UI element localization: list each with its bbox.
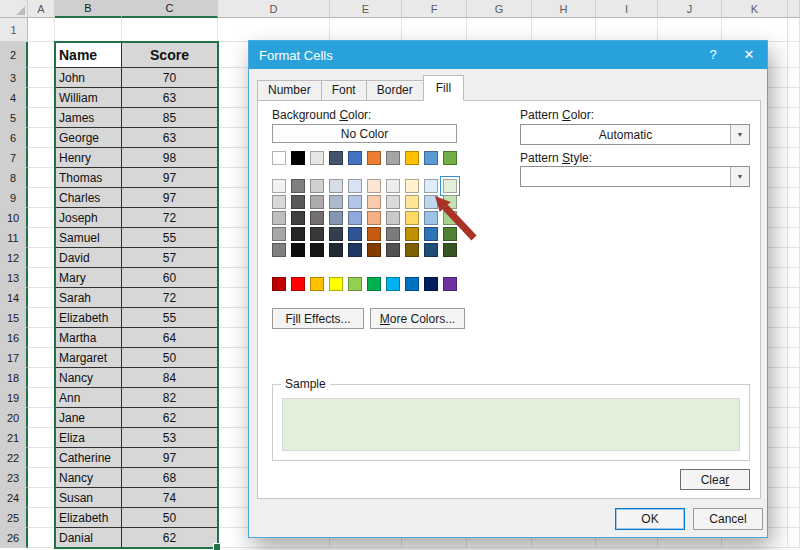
cell-I1[interactable] — [596, 18, 658, 42]
cell-F1[interactable] — [402, 18, 467, 42]
cell-C20[interactable]: 62 — [122, 408, 218, 428]
cell-stub16[interactable] — [788, 328, 800, 348]
column-header-B[interactable]: B — [55, 0, 122, 18]
cell-C16[interactable]: 64 — [122, 328, 218, 348]
cell-stub12[interactable] — [788, 248, 800, 268]
theme-color-3[interactable] — [310, 151, 324, 165]
cell-H1[interactable] — [532, 18, 596, 42]
tint-color-r5-c6[interactable] — [367, 243, 381, 257]
cell-B5[interactable]: James — [55, 108, 122, 128]
theme-color-9[interactable] — [424, 151, 438, 165]
cell-B4[interactable]: William — [55, 88, 122, 108]
row-header-1[interactable]: 1 — [0, 18, 28, 42]
cell-A14[interactable] — [28, 288, 55, 308]
row-header-9[interactable]: 9 — [0, 188, 28, 208]
cell-stub19[interactable] — [788, 388, 800, 408]
cell-B1[interactable] — [55, 18, 122, 42]
cell-stub15[interactable] — [788, 308, 800, 328]
cell-A4[interactable] — [28, 88, 55, 108]
cell-C6[interactable]: 63 — [122, 128, 218, 148]
cell-B21[interactable]: Eliza — [55, 428, 122, 448]
cell-stub23[interactable] — [788, 468, 800, 488]
tint-color-r3-c7[interactable] — [386, 211, 400, 225]
row-header-21[interactable]: 21 — [0, 428, 28, 448]
tint-color-r1-c5[interactable] — [348, 179, 362, 193]
row-header-14[interactable]: 14 — [0, 288, 28, 308]
cell-C10[interactable]: 72 — [122, 208, 218, 228]
cell-stub8[interactable] — [788, 168, 800, 188]
tint-color-r2-c2[interactable] — [291, 195, 305, 209]
cell-E1[interactable] — [330, 18, 402, 42]
cell-J1[interactable] — [658, 18, 722, 42]
cell-stub25[interactable] — [788, 508, 800, 528]
cell-A23[interactable] — [28, 468, 55, 488]
cell-A19[interactable] — [28, 388, 55, 408]
cell-A12[interactable] — [28, 248, 55, 268]
standard-color-9[interactable] — [424, 277, 438, 291]
tint-color-r5-c5[interactable] — [348, 243, 362, 257]
cell-C18[interactable]: 84 — [122, 368, 218, 388]
cell-B7[interactable]: Henry — [55, 148, 122, 168]
tint-color-r3-c5[interactable] — [348, 211, 362, 225]
standard-color-3[interactable] — [310, 277, 324, 291]
cell-A10[interactable] — [28, 208, 55, 228]
cell-B17[interactable]: Margaret — [55, 348, 122, 368]
tint-color-r3-c2[interactable] — [291, 211, 305, 225]
tab-number[interactable]: Number — [257, 80, 322, 101]
standard-color-7[interactable] — [386, 277, 400, 291]
column-header-G[interactable]: G — [467, 0, 532, 18]
tint-color-r4-c3[interactable] — [310, 227, 324, 241]
row-header-6[interactable]: 6 — [0, 128, 28, 148]
tint-color-r4-c4[interactable] — [329, 227, 343, 241]
cell-stub10[interactable] — [788, 208, 800, 228]
row-header-26[interactable]: 26 — [0, 528, 28, 548]
theme-color-4[interactable] — [329, 151, 343, 165]
cell-stub1[interactable] — [788, 18, 800, 42]
cell-C5[interactable]: 85 — [122, 108, 218, 128]
cell-C15[interactable]: 55 — [122, 308, 218, 328]
cell-stub4[interactable] — [788, 88, 800, 108]
column-header-H[interactable]: H — [532, 0, 596, 18]
cell-A7[interactable] — [28, 148, 55, 168]
row-header-24[interactable]: 24 — [0, 488, 28, 508]
column-header-K[interactable]: K — [722, 0, 788, 18]
row-header-10[interactable]: 10 — [0, 208, 28, 228]
row-header-13[interactable]: 13 — [0, 268, 28, 288]
cell-B26[interactable]: Danial — [55, 528, 122, 548]
close-icon[interactable]: ✕ — [731, 41, 767, 69]
cell-stub20[interactable] — [788, 408, 800, 428]
theme-color-2[interactable] — [291, 151, 305, 165]
selection-fill-handle[interactable] — [213, 543, 221, 550]
cell-stub5[interactable] — [788, 108, 800, 128]
cell-B3[interactable]: John — [55, 68, 122, 88]
row-header-16[interactable]: 16 — [0, 328, 28, 348]
cell-A13[interactable] — [28, 268, 55, 288]
tint-color-r3-c8[interactable] — [405, 211, 419, 225]
cell-B12[interactable]: David — [55, 248, 122, 268]
standard-color-6[interactable] — [367, 277, 381, 291]
row-header-8[interactable]: 8 — [0, 168, 28, 188]
row-header-17[interactable]: 17 — [0, 348, 28, 368]
cell-A9[interactable] — [28, 188, 55, 208]
cell-C4[interactable]: 63 — [122, 88, 218, 108]
dialog-titlebar[interactable]: Format Cells ? ✕ — [249, 41, 767, 69]
tint-color-r5-c3[interactable] — [310, 243, 324, 257]
tint-color-r2-c3[interactable] — [310, 195, 324, 209]
tab-fill[interactable]: Fill — [423, 75, 464, 101]
select-all-corner[interactable] — [0, 0, 28, 18]
tint-color-r2-c5[interactable] — [348, 195, 362, 209]
cell-A6[interactable] — [28, 128, 55, 148]
cell-A15[interactable] — [28, 308, 55, 328]
tab-font[interactable]: Font — [321, 80, 367, 101]
cell-C24[interactable]: 74 — [122, 488, 218, 508]
pattern-color-dropdown[interactable]: Automatic ▼ — [520, 124, 750, 145]
cell-stub22[interactable] — [788, 448, 800, 468]
row-header-11[interactable]: 11 — [0, 228, 28, 248]
tint-color-r1-c7[interactable] — [386, 179, 400, 193]
cell-B8[interactable]: Thomas — [55, 168, 122, 188]
cell-A11[interactable] — [28, 228, 55, 248]
cell-C9[interactable]: 97 — [122, 188, 218, 208]
tint-color-r2-c1[interactable] — [272, 195, 286, 209]
cell-C19[interactable]: 82 — [122, 388, 218, 408]
tint-color-r1-c2[interactable] — [291, 179, 305, 193]
